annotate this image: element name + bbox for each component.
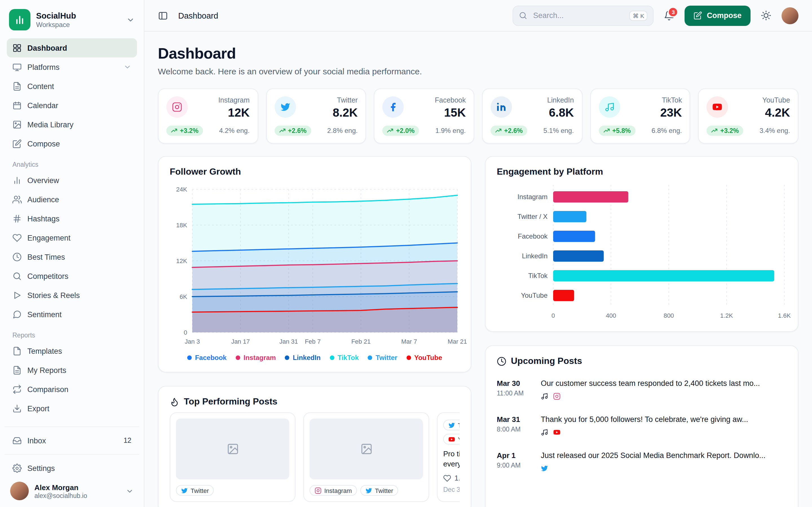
instagram-icon	[166, 96, 188, 118]
growth-badge: +2.6%	[274, 126, 311, 136]
trend-up-icon	[711, 127, 718, 134]
sidebar-item-templates[interactable]: Templates	[7, 341, 137, 360]
sidebar-item-dashboard[interactable]: Dashboard	[7, 38, 137, 57]
workspace-switcher[interactable]: SocialHub Workspace	[7, 7, 137, 38]
youtube-icon	[448, 436, 455, 443]
svg-text:Jan 3: Jan 3	[185, 338, 200, 345]
sidebar-item-inbox[interactable]: Inbox12	[7, 431, 137, 450]
panel-left-icon	[158, 10, 168, 20]
sidebar-item-competitors[interactable]: Competitors	[7, 267, 137, 286]
top-header: Dashboard ⌘ K 3 Compose	[144, 0, 812, 32]
search-icon	[519, 11, 527, 20]
sidebar-item-media-library[interactable]: Media Library	[7, 115, 137, 134]
sidebar: SocialHub Workspace Dashboard Platforms …	[0, 0, 144, 507]
post-card[interactable]: Twitter	[170, 412, 296, 502]
upcoming-text: Just released our 2025 Social Media Benc…	[541, 451, 786, 460]
sidebar-item-content[interactable]: Content	[7, 76, 137, 96]
calendar-icon	[12, 101, 22, 110]
search-icon	[12, 272, 22, 281]
sidebar-item-label: Comparison	[28, 385, 68, 393]
post-card[interactable]: Instagram Twitter	[303, 412, 429, 502]
sidebar-item-label: My Reports	[28, 366, 66, 374]
svg-text:Instagram: Instagram	[517, 193, 548, 201]
trend-up-icon	[387, 127, 394, 134]
sidebar-item-calendar[interactable]: Calendar	[7, 96, 137, 115]
search-box[interactable]: ⌘ K	[513, 5, 654, 25]
engagement-rate: 6.8% eng.	[652, 127, 682, 135]
sidebar-nav: Dashboard Platforms Content Calendar Med…	[7, 38, 137, 418]
sidebar-item-label: Compose	[28, 139, 60, 148]
search-input[interactable]	[532, 11, 625, 20]
sidebar-item-label: Settings	[28, 464, 55, 472]
engagement-bar-chart: 04008001.2K1.6KInstagramTwitter / XFaceb…	[497, 182, 788, 321]
file-text-icon	[12, 82, 22, 91]
sidebar-item-engagement[interactable]: Engagement	[7, 228, 137, 247]
stat-card-instagram: Instagram12K +3.2%4.2% eng.	[158, 89, 258, 144]
sidebar-item-my-reports[interactable]: My Reports	[7, 360, 137, 380]
upcoming-time: 11:00 AM	[497, 390, 532, 397]
tiktok-music-icon	[541, 429, 548, 436]
sidebar-item-label: Stories & Reels	[28, 291, 80, 299]
svg-text:TikTok: TikTok	[528, 272, 548, 279]
sidebar-item-label: Engagement	[28, 233, 70, 242]
follower-growth-line-chart: 06K12K18K24KJan 3Jan 17Jan 31Feb 7Feb 21…	[170, 182, 461, 349]
engagement-rate: 1.9% eng.	[435, 127, 466, 135]
page-title: Dashboard	[158, 45, 799, 62]
sidebar-item-sentiment[interactable]: Sentiment	[7, 305, 137, 324]
app-logo	[9, 9, 31, 31]
breadcrumb: Dashboard	[178, 11, 218, 20]
upcoming-post-item[interactable]: Mar 318:00 AM Thank you for 5,000 follow…	[497, 408, 786, 444]
sidebar-item-audience[interactable]: Audience	[7, 190, 137, 209]
sidebar-item-platforms[interactable]: Platforms	[7, 57, 137, 76]
compose-button[interactable]: Compose	[685, 5, 751, 25]
bar-chart-icon	[12, 176, 22, 185]
upcoming-date: Apr 1	[497, 451, 532, 460]
svg-text:6K: 6K	[180, 293, 187, 300]
upcoming-post-item[interactable]: Mar 3011:00 AM Our customer success team…	[497, 372, 786, 408]
sidebar-item-settings[interactable]: Settings	[7, 459, 137, 478]
image-icon	[360, 443, 372, 455]
section-label-analytics: Analytics	[12, 161, 132, 168]
card-title: Upcoming Posts	[511, 356, 582, 366]
sidebar-item-label: Competitors	[28, 272, 68, 280]
engagement-by-platform-card: Engagement by Platform 04008001.2K1.6KIn…	[485, 156, 799, 332]
notifications-button[interactable]: 3	[664, 10, 675, 21]
sidebar-item-overview[interactable]: Overview	[7, 171, 137, 190]
sidebar-item-hashtags[interactable]: Hashtags	[7, 209, 137, 228]
upcoming-post-item[interactable]: Apr 19:00 AM Just released our 2025 Soci…	[497, 444, 786, 480]
stat-card-tiktok: TikTok23K +5.8%6.8% eng.	[590, 89, 690, 144]
dashboard-content: Dashboard Welcome back. Here is an overv…	[144, 32, 812, 507]
sidebar-item-export[interactable]: Export	[7, 399, 137, 418]
post-card[interactable]: Twitter YouTube Pro tip: Ievery lin 1.9K…	[437, 412, 460, 502]
file-text-icon	[12, 365, 22, 375]
user-menu[interactable]: Alex Morgan alex@socialhub.io	[7, 478, 137, 501]
sidebar-item-label: Hashtags	[28, 214, 59, 223]
avatar[interactable]	[781, 7, 799, 24]
avatar	[10, 482, 29, 500]
legend-item: Instagram	[236, 354, 276, 362]
sidebar-item-stories-reels[interactable]: Stories & Reels	[7, 286, 137, 305]
theme-toggle-button[interactable]	[761, 10, 771, 21]
sidebar-toggle-button[interactable]	[158, 10, 168, 20]
image-icon	[226, 443, 239, 455]
trend-up-icon	[603, 127, 610, 134]
trend-up-icon	[171, 127, 177, 134]
repeat-icon	[12, 385, 22, 394]
platform-badge: Twitter	[176, 485, 214, 496]
stat-value: 15K	[435, 106, 466, 119]
sidebar-item-label: Content	[28, 82, 54, 91]
sidebar-item-best-times[interactable]: Best Times	[7, 247, 137, 267]
heart-icon	[443, 474, 451, 483]
stat-platform-name: TikTok	[660, 96, 682, 104]
stat-card-facebook: Facebook15K +2.0%1.9% eng.	[374, 89, 474, 144]
legend-item: Facebook	[187, 354, 227, 362]
sun-icon	[761, 10, 771, 21]
sidebar-item-comparison[interactable]: Comparison	[7, 380, 137, 399]
sidebar-item-compose[interactable]: Compose	[7, 134, 137, 153]
svg-text:800: 800	[664, 312, 674, 319]
svg-text:Feb 21: Feb 21	[351, 338, 371, 345]
chevron-down-icon	[123, 63, 132, 71]
sidebar-bottom: Inbox12 Settings Alex Morgan alex@social…	[7, 422, 137, 501]
svg-text:400: 400	[606, 312, 616, 319]
upcoming-text: Thank you for 5,000 followers! To celebr…	[541, 415, 786, 424]
